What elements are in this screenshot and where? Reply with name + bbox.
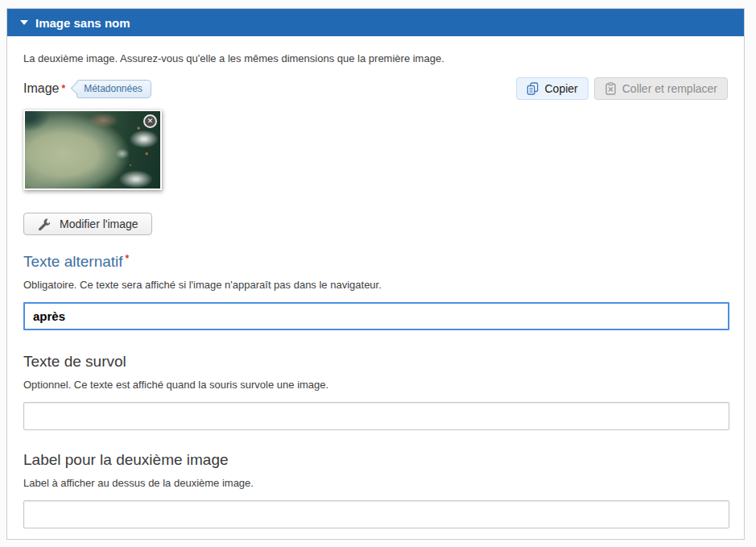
required-asterisk: *: [126, 253, 130, 264]
alt-text-heading: Texte alternatif*: [23, 253, 728, 271]
second-image-label-input[interactable]: [23, 500, 729, 528]
second-image-label-heading: Label pour la deuxième image: [23, 451, 728, 469]
hover-text-heading: Texte de survol: [23, 353, 728, 371]
image-field-label: Image: [23, 81, 59, 96]
collapse-caret-icon: [20, 20, 28, 25]
alt-text-description: Obligatoire. Ce texte sera affiché si l'…: [23, 279, 728, 291]
fieldset-body: La deuxième image. Assurez-vous qu'elle …: [7, 52, 744, 545]
paste-button-label: Coller et remplacer: [622, 82, 717, 95]
fieldset-header[interactable]: Image sans nom: [7, 9, 744, 36]
fieldset-title: Image sans nom: [35, 16, 130, 30]
paste-icon: [605, 82, 617, 95]
alt-text-heading-label: Texte alternatif: [23, 253, 123, 270]
second-image-label-description: Label à afficher au dessus de la deuxièm…: [23, 477, 728, 489]
wrench-icon: [37, 218, 50, 230]
edit-image-button[interactable]: Modifier l'image: [23, 213, 152, 235]
image-field-row: Image* Métadonnées Copier: [23, 77, 728, 100]
alt-text-input[interactable]: [23, 302, 729, 330]
copy-button-label: Copier: [544, 82, 577, 95]
panel-description: La deuxième image. Assurez-vous qu'elle …: [23, 52, 728, 64]
image-fieldset: Image sans nom La deuxième image. Assure…: [6, 8, 745, 540]
paste-button[interactable]: Coller et remplacer: [594, 77, 728, 100]
satellite-image-thumbnail: [25, 111, 160, 189]
clipboard-button-group: Copier Coller et remplacer: [516, 77, 728, 100]
remove-image-icon[interactable]: ✕: [143, 114, 157, 128]
hover-text-input[interactable]: [23, 402, 729, 430]
copy-button[interactable]: Copier: [516, 77, 588, 100]
metadata-badge[interactable]: Métadonnées: [76, 80, 151, 98]
copy-icon: [527, 82, 539, 95]
image-label-group: Image* Métadonnées: [23, 80, 151, 98]
hover-text-description: Optionnel. Ce texte est affiché quand la…: [23, 379, 728, 391]
required-asterisk: *: [61, 83, 65, 94]
image-thumbnail-frame: ✕: [23, 110, 162, 190]
edit-image-button-label: Modifier l'image: [60, 218, 138, 230]
